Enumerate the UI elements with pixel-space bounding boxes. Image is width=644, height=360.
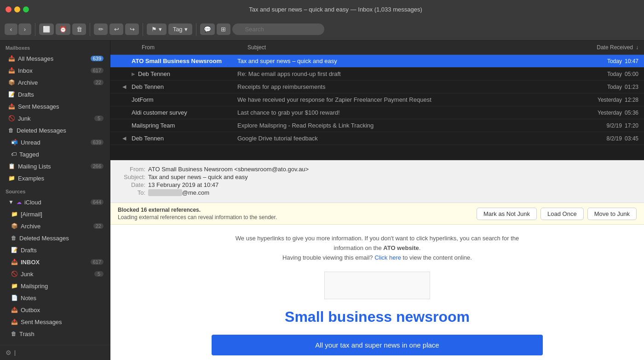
- load-once-button[interactable]: Load Once: [540, 208, 584, 220]
- sidebar-item-label: [Airmail]: [21, 211, 104, 218]
- msg-time: 12:28: [625, 97, 638, 103]
- unread-icon: 📬: [11, 139, 18, 145]
- sidebar-item-label: Sent Messages: [18, 103, 104, 110]
- sidebar-item-label: Unread: [21, 139, 88, 146]
- flag-button[interactable]: ⚑ ▾: [147, 23, 167, 35]
- content-area: From Subject Date Received ↓ ATO Small B…: [110, 41, 644, 360]
- separator-2: [90, 23, 90, 36]
- click-here-link[interactable]: Click here: [374, 254, 401, 261]
- icloud-expand-icon: ▼: [8, 199, 14, 205]
- email-meta-from: From: ATO Small Business Newsroom <sbnew…: [118, 166, 637, 173]
- sidebar-item-outbox[interactable]: 📤 Outbox: [5, 304, 108, 315]
- junk-warning-line1: Blocked 16 external references.: [118, 207, 277, 213]
- msg-subject: Receipts for app reimbursements: [235, 83, 561, 90]
- msg-date: Today: [607, 84, 622, 90]
- col-date-header: Date Received ↓: [561, 42, 644, 52]
- sidebar-item-examples[interactable]: 📁 Examples: [2, 173, 108, 184]
- settings-gear-button[interactable]: ⚙: [6, 349, 12, 356]
- all-messages-icon: 📥: [8, 55, 15, 62]
- sent-icon: 📤: [8, 103, 15, 110]
- sidebar-item-unread[interactable]: 📬 Unread 639: [5, 137, 108, 148]
- sidebar-item-all-messages[interactable]: 📥 All Messages 639: [2, 53, 108, 64]
- sidebar-item-deleted[interactable]: 🗑 Deleted Messages: [2, 125, 108, 136]
- search-input[interactable]: [232, 23, 324, 35]
- maximize-button[interactable]: [23, 6, 29, 12]
- email-logo-image: [324, 272, 430, 299]
- date-value: 13 February 2019 at 10:47: [148, 181, 218, 188]
- sidebar-item-source-deleted[interactable]: 🗑 Deleted Messages: [5, 232, 108, 244]
- separator-3: [143, 23, 143, 36]
- sidebar-item-inbox[interactable]: 📥 Inbox 617: [2, 65, 108, 76]
- sidebar-item-label: INBOX: [21, 259, 88, 266]
- undo-button[interactable]: ↩: [109, 23, 123, 35]
- message-row-6[interactable]: ◀ Deb Tennen Google Drive tutorial feedb…: [110, 132, 644, 145]
- sidebar-item-source-inbox[interactable]: 📥 INBOX 617: [5, 256, 108, 267]
- toolbar: ‹ › ⬜ ⏰ 🗑 ✏ ↩ ↪ ⚑ ▾ Tag ▾ 💬 ⊞ 🔍: [0, 18, 644, 41]
- sidebar-item-sent[interactable]: 📤 Sent Messages: [2, 101, 108, 112]
- expand-arrow: ▶: [132, 71, 135, 76]
- tag-button[interactable]: Tag ▾: [168, 23, 192, 35]
- search-wrap: 🔍: [232, 23, 324, 35]
- layout-button[interactable]: ⊞: [217, 23, 230, 35]
- email-cta-banner: All your tax and super news in one place: [212, 335, 543, 355]
- sidebar-item-icloud[interactable]: ▼ ☁ iCloud 644: [2, 197, 108, 208]
- msg-subject: We have received your response for Zapie…: [235, 96, 561, 103]
- chat-button[interactable]: 💬: [200, 23, 215, 35]
- archive-button[interactable]: ⬜: [39, 23, 54, 35]
- notes-icon: 📄: [11, 295, 18, 301]
- mailboxes-title: Mailboxes: [0, 41, 110, 52]
- sidebar-item-label: Junk: [18, 115, 92, 122]
- divider-icon: |: [14, 349, 16, 356]
- sidebar-item-mailspring[interactable]: 📁 Mailspring: [5, 280, 108, 291]
- ato-website-link[interactable]: ATO website: [383, 244, 419, 251]
- message-row-2[interactable]: ◀ Deb Tennen Receipts for app reimbursem…: [110, 81, 644, 93]
- inbox-count: 617: [91, 68, 104, 73]
- sidebar-item-archive[interactable]: 📦 Archive 22: [2, 77, 108, 88]
- msg-from: JotForm: [129, 96, 235, 103]
- message-row-0[interactable]: ATO Small Business Newsroom Tax and supe…: [110, 55, 644, 68]
- redo-button[interactable]: ↪: [125, 23, 139, 35]
- sidebar-item-source-drafts[interactable]: 📝 Drafts: [5, 244, 108, 255]
- sidebar-item-airmail[interactable]: 📁 [Airmail]: [5, 209, 108, 220]
- sidebar-item-notes[interactable]: 📄 Notes: [5, 292, 108, 303]
- sidebar-item-source-junk[interactable]: 🚫 Junk 5: [5, 268, 108, 279]
- date-label: Date:: [118, 181, 145, 188]
- deleted-icon: 🗑: [8, 127, 14, 134]
- msg-from: Deb Tennen: [129, 135, 235, 142]
- sidebar-item-mailing-lists[interactable]: 📋 Mailing Lists 266: [2, 161, 108, 172]
- message-row-4[interactable]: Aldi customer survey Last chance to grab…: [110, 106, 644, 119]
- delete-button[interactable]: 🗑: [72, 23, 86, 35]
- junk-count: 5: [94, 116, 104, 121]
- message-row-1[interactable]: ▶ Deb Tennen Re: Mac email apps round-up…: [110, 68, 644, 81]
- col-from-header: From: [138, 42, 244, 52]
- sidebar-item-trash[interactable]: 🗑 Trash: [5, 328, 108, 339]
- msg-subject: Google Drive tutorial feedback: [235, 135, 561, 142]
- sidebar-item-source-archive[interactable]: 📦 Archive 22: [5, 221, 108, 232]
- drafts-icon: 📝: [8, 91, 15, 98]
- message-row-5[interactable]: Mailspring Team Explore Mailspring - Rea…: [110, 119, 644, 132]
- sidebar-item-label: Sent Messages: [21, 319, 104, 325]
- msg-date-area: 8/2/19 03:45: [561, 135, 644, 142]
- sidebar-item-label: Examples: [18, 175, 104, 182]
- sidebar-item-label: Archive: [18, 79, 91, 86]
- sidebar-item-source-sent[interactable]: 📤 Sent Messages: [5, 316, 108, 327]
- msg-subject: Explore Mailspring - Read Receipts & Lin…: [235, 122, 561, 129]
- compose-button[interactable]: ✏: [94, 23, 108, 35]
- mark-not-junk-button[interactable]: Mark as Not Junk: [477, 208, 537, 220]
- sidebar-item-drafts[interactable]: 📝 Drafts: [2, 89, 108, 100]
- minimize-button[interactable]: [14, 6, 20, 12]
- close-button[interactable]: [6, 6, 12, 12]
- forward-button[interactable]: ›: [18, 23, 31, 35]
- mailing-lists-count: 266: [91, 163, 104, 169]
- message-row-3[interactable]: JotForm We have received your response f…: [110, 93, 644, 106]
- back-button[interactable]: ‹: [5, 23, 17, 35]
- sidebar-item-junk[interactable]: 🚫 Junk 5: [2, 113, 108, 124]
- sidebar-item-tagged[interactable]: 🏷 Tagged: [5, 149, 108, 160]
- to-label: To:: [118, 189, 145, 196]
- sidebar-item-label: Mailing Lists: [18, 163, 88, 170]
- move-to-junk-button[interactable]: Move to Junk: [587, 208, 637, 220]
- sidebar-item-label: Tagged: [19, 151, 104, 158]
- reminder-button[interactable]: ⏰: [56, 23, 70, 35]
- message-list[interactable]: From Subject Date Received ↓ ATO Small B…: [110, 41, 644, 160]
- inbox-icon: 📥: [8, 67, 15, 74]
